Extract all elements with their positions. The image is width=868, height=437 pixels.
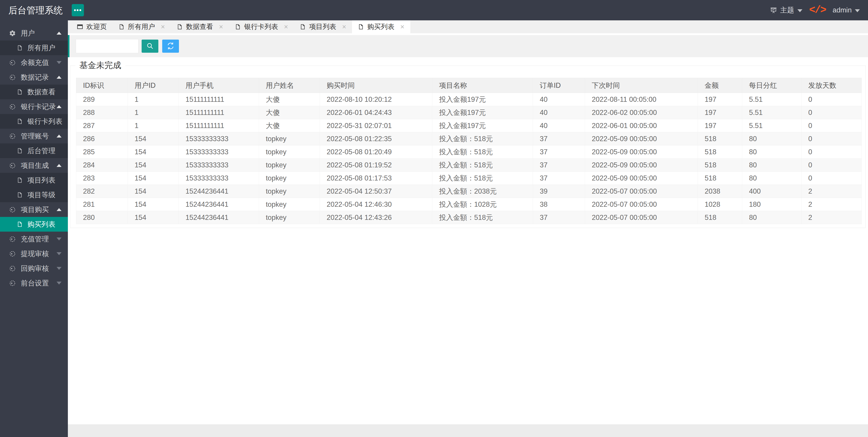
table-cell: 投入金額：518元 <box>432 172 533 185</box>
tab-purchase-list[interactable]: 购买列表× <box>352 20 410 33</box>
window-icon <box>77 24 83 30</box>
sidebar-item-data-view[interactable]: 数据查看 <box>0 85 68 99</box>
sidebar-item-all-users[interactable]: 所有用户 <box>0 40 68 55</box>
table-cell: 15244236441 <box>179 185 259 198</box>
sidebar-item-users[interactable]: 用户 <box>0 26 68 40</box>
column-header: 用户ID <box>128 78 179 93</box>
table-cell: 2022-05-04 12:46:30 <box>320 198 432 211</box>
sidebar-item-front-settings[interactable]: 前台设置 <box>0 276 68 290</box>
table-row: 28215415244236441topkey2022-05-04 12:50:… <box>76 185 862 198</box>
sidebar-item-bank-card-records[interactable]: 银行卡记录 <box>0 99 68 114</box>
theme-menu[interactable]: 主题 <box>770 5 802 15</box>
sidebar-item-project-level[interactable]: 项目等级 <box>0 188 68 202</box>
dial-icon <box>9 236 16 243</box>
table-cell: 284 <box>76 159 128 172</box>
table-cell: 37 <box>533 172 585 185</box>
table-cell: 0 <box>802 172 862 185</box>
sidebar-item-recharge-manage[interactable]: 充值管理 <box>0 231 68 246</box>
table-cell: 大傻 <box>259 106 320 119</box>
column-header: ID标识 <box>76 78 128 93</box>
table-cell: 2 <box>802 185 862 198</box>
file-icon <box>17 89 23 95</box>
sidebar-item-label: 数据记录 <box>21 72 49 82</box>
header: 后台管理系统 ••• 主题 </> admin <box>0 0 868 20</box>
table-cell: 2022-05-08 01:17:53 <box>320 172 432 185</box>
table-cell: 投入金額：518元 <box>432 132 533 146</box>
table-cell: 2022-05-09 00:05:00 <box>585 172 698 185</box>
dial-icon <box>9 74 16 81</box>
table-cell: 15333333333 <box>179 132 259 146</box>
sidebar-item-label: 银行卡记录 <box>21 102 56 112</box>
tab-data-view[interactable]: 数据查看× <box>171 20 229 33</box>
table-cell: 287 <box>76 119 128 132</box>
tab-label: 项目列表 <box>309 22 336 31</box>
close-icon[interactable]: × <box>161 23 165 30</box>
table-cell: 0 <box>802 146 862 159</box>
table-cell: 2 <box>802 211 862 224</box>
sidebar-item-bank-card-list[interactable]: 银行卡列表 <box>0 114 68 129</box>
sidebar-item-admin-accounts[interactable]: 管理账号 <box>0 129 68 144</box>
tab-project-list[interactable]: 项目列表× <box>294 20 352 33</box>
more-button[interactable]: ••• <box>72 4 84 16</box>
chevron-down-icon <box>855 9 860 12</box>
search-button[interactable] <box>142 39 158 53</box>
chevron-down-icon <box>57 238 62 241</box>
file-icon <box>119 24 125 30</box>
table-cell: 80 <box>742 172 802 185</box>
data-table: ID标识用户ID用户手机用户姓名购买时间项目名称订单ID下次时间金额每日分红发放… <box>76 78 862 224</box>
table-cell: 80 <box>742 159 802 172</box>
table-cell: 80 <box>742 146 802 159</box>
close-icon[interactable]: × <box>400 23 404 30</box>
table-row: 288115111111111大傻2022-06-01 04:24:43投入金额… <box>76 106 862 119</box>
close-icon[interactable]: × <box>342 23 346 30</box>
search-input[interactable] <box>76 39 138 53</box>
sidebar-item-label: 购买列表 <box>27 220 55 229</box>
refresh-button[interactable] <box>162 39 179 53</box>
sidebar-item-buyback-review[interactable]: 回购审核 <box>0 261 68 276</box>
tab-all-users[interactable]: 所有用户× <box>113 20 171 33</box>
sidebar-item-label: 项目列表 <box>27 176 55 185</box>
sidebar-item-balance-recharge[interactable]: 余额充值 <box>0 55 68 70</box>
close-icon[interactable]: × <box>284 23 288 30</box>
table-row: 287115111111111大傻2022-05-31 02:07:01投入金额… <box>76 119 862 132</box>
search-panel <box>68 35 868 57</box>
admin-menu[interactable]: admin <box>833 6 860 14</box>
tab-welcome[interactable]: 欢迎页 <box>71 20 113 33</box>
sidebar-item-project-list[interactable]: 项目列表 <box>0 173 68 188</box>
sidebar-item-withdraw-review[interactable]: 提现审核 <box>0 246 68 261</box>
table-cell: 大傻 <box>259 93 320 106</box>
table-cell: topkey <box>259 185 320 198</box>
sidebar-item-backend-manage[interactable]: 后台管理 <box>0 144 68 158</box>
header-right: 主题 </> admin <box>770 4 868 16</box>
chevron-up-icon <box>57 105 62 108</box>
file-icon <box>17 192 23 198</box>
table-cell: 80 <box>742 211 802 224</box>
table-cell: 280 <box>76 211 128 224</box>
table-cell: 0 <box>802 93 862 106</box>
table-cell: 投入金額：518元 <box>432 159 533 172</box>
tab-bank-card-list[interactable]: 银行卡列表× <box>229 20 294 33</box>
dial-icon <box>9 59 16 66</box>
table-cell: 0 <box>802 132 862 146</box>
table-row: 28615415333333333topkey2022-05-08 01:22:… <box>76 132 862 146</box>
table-cell: 180 <box>742 198 802 211</box>
table-cell: 283 <box>76 172 128 185</box>
sidebar-item-project-purchase[interactable]: 项目购买 <box>0 202 68 217</box>
sidebar-item-project-generate[interactable]: 项目生成 <box>0 158 68 173</box>
table-header-row: ID标识用户ID用户手机用户姓名购买时间项目名称订单ID下次时间金额每日分红发放… <box>76 78 862 93</box>
table-cell: 2022-05-07 00:05:00 <box>585 198 698 211</box>
sidebar-item-data-records[interactable]: 数据记录 <box>0 70 68 85</box>
table-cell: 2022-05-04 12:43:26 <box>320 211 432 224</box>
table-cell: 5.51 <box>742 93 802 106</box>
table-cell: 15333333333 <box>179 172 259 185</box>
table-row: 28515415333333333topkey2022-05-08 01:20:… <box>76 146 862 159</box>
sidebar-item-purchase-list[interactable]: 购买列表 <box>0 217 68 231</box>
table-cell: 1 <box>128 106 179 119</box>
chevron-down-icon <box>57 267 62 270</box>
table-cell: 1 <box>128 93 179 106</box>
close-icon[interactable]: × <box>219 23 223 30</box>
file-icon <box>235 24 241 30</box>
dial-icon <box>9 162 16 169</box>
table-cell: 281 <box>76 198 128 211</box>
table-cell: 2022-05-07 00:05:00 <box>585 185 698 198</box>
